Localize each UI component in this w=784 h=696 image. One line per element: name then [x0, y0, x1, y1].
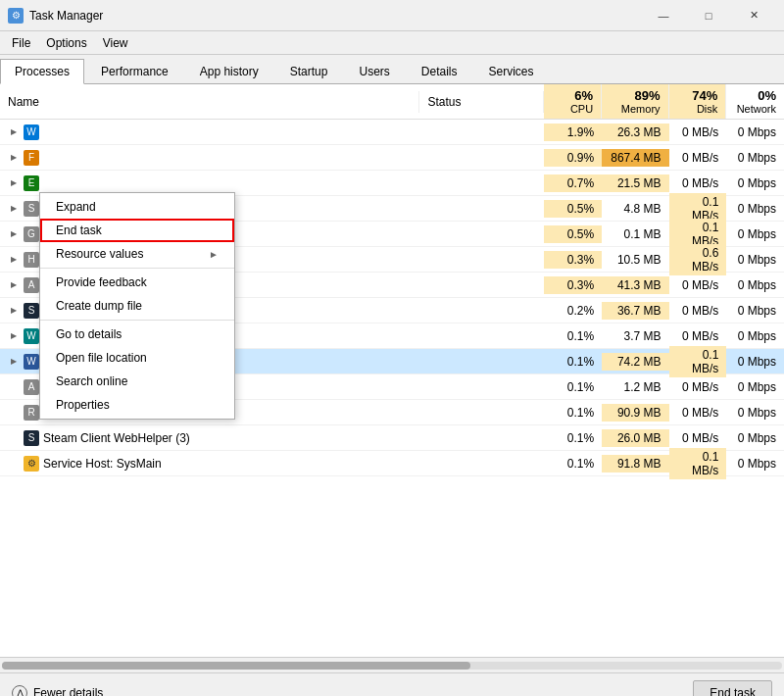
process-mem: 41.3 MB [602, 276, 668, 294]
ctx-search-online[interactable]: Search online [40, 370, 234, 393]
process-disk: 0.6 MB/s [669, 244, 727, 275]
process-row[interactable]: ▶ F 0.9% 867.4 MB 0 MB/s 0 Mbps [0, 145, 784, 171]
ctx-end-task[interactable]: End task [40, 219, 234, 242]
col-net-header[interactable]: 0% Network [726, 84, 784, 119]
tab-users[interactable]: Users [344, 58, 404, 83]
process-status [420, 411, 545, 415]
window-controls: — □ ✕ [641, 1, 776, 30]
expand-arrow: ▶ [8, 305, 20, 317]
process-net: 0 Mbps [726, 404, 784, 422]
process-disk: 0 MB/s [669, 327, 727, 345]
process-name: ⚙ Service Host: SysMain [0, 454, 420, 473]
col-name-header[interactable]: Name [0, 91, 419, 113]
ctx-create-dump[interactable]: Create dump file [40, 294, 234, 318]
process-net: 0 Mbps [726, 276, 784, 294]
process-icon: W [24, 124, 39, 140]
process-mem: 91.8 MB [602, 455, 668, 472]
maximize-button[interactable]: □ [686, 1, 731, 30]
process-row[interactable]: ⚙ Service Host: SysMain 0.1% 91.8 MB 0.1… [0, 451, 784, 476]
process-status [420, 360, 545, 364]
process-icon: W [24, 328, 39, 344]
process-cpu: 0.5% [544, 200, 602, 218]
end-task-button[interactable]: End task [693, 680, 772, 697]
process-status [420, 207, 545, 211]
ctx-open-file-location[interactable]: Open file location [40, 346, 234, 370]
tab-processes[interactable]: Processes [0, 59, 84, 84]
minimize-button[interactable]: — [641, 1, 686, 30]
expand-arrow [8, 432, 20, 444]
expand-arrow: ▶ [8, 177, 20, 189]
process-cpu: 1.9% [544, 124, 602, 141]
process-icon: S [24, 201, 39, 217]
process-status [420, 130, 545, 134]
process-icon: H [24, 252, 39, 268]
process-icon: F [24, 150, 39, 166]
tab-services[interactable]: Services [474, 58, 549, 83]
ctx-go-to-details[interactable]: Go to details [40, 323, 234, 346]
main-content: Name Status 6% CPU 89% Memory 74% Disk 0… [0, 84, 784, 657]
tab-performance[interactable]: Performance [86, 58, 183, 83]
process-cpu: 0.1% [544, 455, 602, 472]
process-row[interactable]: ▶ W 1.9% 26.3 MB 0 MB/s 0 Mbps [0, 120, 784, 145]
col-status-header[interactable]: Status [419, 91, 544, 113]
fewer-details-button[interactable]: ⋀ Fewer details [12, 685, 103, 697]
app-icon: ⚙ [8, 8, 24, 24]
scrollbar-thumb [2, 662, 470, 670]
process-row[interactable]: S Steam Client WebHelper (3) 0.1% 26.0 M… [0, 425, 784, 451]
menu-file[interactable]: File [4, 34, 38, 52]
tab-details[interactable]: Details [407, 58, 472, 83]
process-status [420, 283, 545, 287]
context-menu: Expand End task Resource values ► Provid… [39, 192, 235, 420]
tab-startup[interactable]: Startup [275, 58, 343, 83]
process-net: 0 Mbps [726, 200, 784, 218]
process-cpu: 0.1% [544, 353, 602, 371]
menu-options[interactable]: Options [38, 34, 94, 52]
process-cpu: 0.3% [544, 251, 602, 269]
tabs: Processes Performance App history Startu… [0, 55, 784, 84]
col-cpu-header[interactable]: 6% CPU [544, 84, 602, 119]
close-button[interactable]: ✕ [731, 1, 776, 30]
col-mem-header[interactable]: 89% Memory [602, 84, 668, 119]
process-icon: W [24, 354, 39, 370]
process-net: 0 Mbps [726, 378, 784, 396]
process-name: ▶ F [0, 148, 420, 168]
process-disk: 0 MB/s [669, 276, 727, 294]
expand-arrow: ▶ [8, 330, 20, 342]
process-cpu: 0.1% [544, 327, 602, 345]
col-disk-header[interactable]: 74% Disk [669, 84, 727, 119]
process-mem: 10.5 MB [602, 251, 668, 269]
expand-arrow [8, 407, 20, 419]
process-status [420, 232, 545, 236]
process-disk: 0 MB/s [669, 149, 727, 167]
scrollbar-track [2, 662, 782, 670]
process-status [420, 462, 545, 466]
process-disk: 0.1 MB/s [669, 346, 727, 377]
process-net: 0 Mbps [726, 124, 784, 141]
process-disk: 0 MB/s [669, 404, 727, 422]
process-icon: E [24, 175, 39, 191]
process-cpu: 0.1% [544, 378, 602, 396]
title-bar-left: ⚙ Task Manager [8, 8, 103, 24]
horizontal-scrollbar[interactable] [0, 657, 784, 672]
process-cpu: 0.1% [544, 429, 602, 447]
ctx-properties[interactable]: Properties [40, 393, 234, 417]
ctx-provide-feedback[interactable]: Provide feedback [40, 271, 234, 294]
menu-view[interactable]: View [95, 34, 136, 52]
process-cpu: 0.7% [544, 174, 602, 192]
process-icon: G [24, 226, 39, 242]
process-disk: 0 MB/s [669, 378, 727, 396]
bottom-bar: ⋀ Fewer details End task [0, 672, 784, 696]
process-status [420, 436, 545, 440]
process-disk: 0 MB/s [669, 124, 727, 141]
ctx-resource-values[interactable]: Resource values ► [40, 242, 234, 266]
process-mem: 90.9 MB [602, 404, 668, 422]
expand-arrow: ▶ [8, 203, 20, 215]
ctx-separator-1 [40, 268, 234, 269]
menu-bar: File Options View [0, 31, 784, 55]
tab-app-history[interactable]: App history [185, 58, 273, 83]
ctx-expand[interactable]: Expand [40, 195, 234, 219]
process-net: 0 Mbps [726, 429, 784, 447]
process-net: 0 Mbps [726, 149, 784, 167]
expand-arrow: ▶ [8, 254, 20, 266]
process-status [420, 334, 545, 338]
